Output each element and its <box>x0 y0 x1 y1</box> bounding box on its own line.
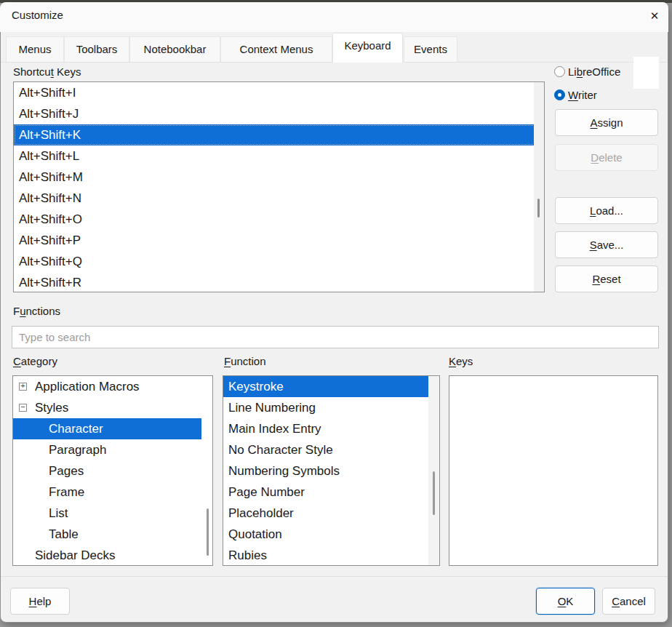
shortcut-row[interactable]: Alt+Shift+I <box>14 82 544 103</box>
function-label: Function <box>224 355 266 367</box>
tab-menus[interactable]: Menus <box>6 36 64 62</box>
load-button[interactable]: Load... <box>555 197 658 224</box>
tab-context-menus[interactable]: Context Menus <box>220 36 332 62</box>
close-icon[interactable]: ✕ <box>644 6 665 26</box>
white-overlay-artifact <box>633 57 659 89</box>
function-row[interactable]: No Character Style <box>223 439 439 460</box>
function-scrollbar[interactable] <box>428 376 439 565</box>
shortcut-row[interactable]: Alt+Shift+L <box>14 145 544 167</box>
search-input[interactable] <box>12 326 659 348</box>
function-scrollbar-thumb[interactable] <box>433 471 435 515</box>
shortcut-row[interactable]: Alt+Shift+O <box>14 209 544 230</box>
collapse-icon[interactable]: − <box>19 404 27 412</box>
shortcut-keys-label: Shortcut Keys <box>13 65 81 78</box>
ok-button[interactable]: OK <box>536 588 595 615</box>
category-label: Category <box>13 355 57 367</box>
tree-item-pages[interactable]: Pages <box>13 460 212 482</box>
keys-list[interactable] <box>449 375 658 566</box>
function-row[interactable]: Line Numbering <box>223 397 439 418</box>
radio-libreoffice-label[interactable]: LibreOffice <box>568 65 620 78</box>
function-row-selected[interactable]: Keystroke <box>223 376 439 397</box>
cancel-button[interactable]: Cancel <box>602 588 655 615</box>
window-title: Customize <box>12 9 63 21</box>
category-tree[interactable]: +Application Macros −Styles Character Pa… <box>12 375 213 566</box>
shortcut-row[interactable]: Alt+Shift+M <box>14 167 544 188</box>
tree-item-frame[interactable]: Frame <box>13 482 212 503</box>
shortcut-row[interactable]: Alt+Shift+Q <box>14 251 544 272</box>
keys-label: Keys <box>449 355 473 367</box>
function-row[interactable]: Placeholder <box>223 503 439 524</box>
tree-item-application-macros[interactable]: +Application Macros <box>13 376 212 397</box>
function-row[interactable]: Quotation <box>223 524 439 545</box>
radio-libreoffice[interactable] <box>554 66 565 77</box>
radio-writer-label[interactable]: Writer <box>568 89 597 101</box>
function-row[interactable]: Numbering Symbols <box>223 460 439 482</box>
tab-notebookbar[interactable]: Notebookbar <box>129 36 220 62</box>
functions-label: Functions <box>13 305 60 317</box>
shortcut-scrollbar[interactable] <box>534 82 544 292</box>
shortcut-scrollbar-thumb[interactable] <box>537 199 540 217</box>
category-scrollbar-thumb[interactable] <box>207 508 209 556</box>
titlebar <box>0 2 668 32</box>
function-list[interactable]: Keystroke Line Numbering Main Index Entr… <box>223 375 440 566</box>
function-row[interactable]: Page Number <box>223 482 439 503</box>
help-button[interactable]: Help <box>10 588 70 615</box>
tree-item-character-selected[interactable]: Character <box>13 418 201 439</box>
tree-item-styles[interactable]: −Styles <box>13 397 212 418</box>
function-row[interactable]: Rubies <box>223 545 439 566</box>
assign-button[interactable]: Assign <box>555 109 658 136</box>
shortcut-keys-list[interactable]: Alt+Shift+I Alt+Shift+J Alt+Shift+K Alt+… <box>13 81 545 292</box>
expand-icon[interactable]: + <box>19 383 27 391</box>
function-row[interactable]: Main Index Entry <box>223 418 439 439</box>
shortcut-row[interactable]: Alt+Shift+P <box>14 230 544 251</box>
radio-writer[interactable] <box>554 89 565 100</box>
tree-item-sidebar-decks[interactable]: Sidebar Decks <box>13 545 212 566</box>
tab-events[interactable]: Events <box>404 36 457 62</box>
tab-keyboard[interactable]: Keyboard <box>332 33 403 63</box>
reset-button[interactable]: Reset <box>555 265 658 292</box>
tree-item-paragraph[interactable]: Paragraph <box>13 439 212 460</box>
delete-button[interactable]: Delete <box>555 144 658 171</box>
shortcut-row[interactable]: Alt+Shift+N <box>14 188 544 209</box>
save-button[interactable]: Save... <box>555 231 658 258</box>
tree-item-table[interactable]: Table <box>13 524 212 545</box>
footer-divider <box>1 576 668 577</box>
shortcut-row[interactable]: Alt+Shift+J <box>14 103 544 124</box>
tree-item-list[interactable]: List <box>13 503 212 524</box>
tab-toolbars[interactable]: Toolbars <box>64 36 129 62</box>
shortcut-row-selected[interactable]: Alt+Shift+K <box>14 124 544 145</box>
shortcut-row[interactable]: Alt+Shift+R <box>14 272 544 292</box>
